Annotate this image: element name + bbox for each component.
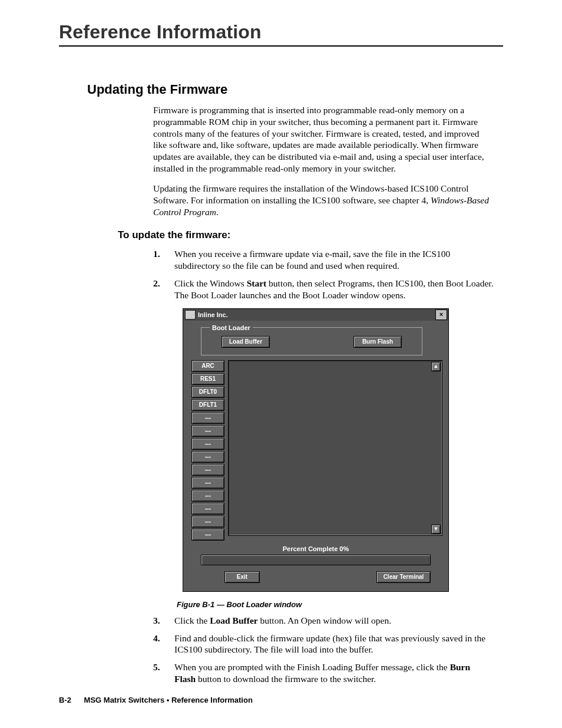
page-number: B-2 (59, 696, 71, 704)
clear-terminal-button[interactable]: Clear Terminal (376, 571, 431, 583)
close-icon[interactable]: × (435, 309, 447, 320)
steps-list: 1. When you receive a firmware update vi… (153, 248, 494, 301)
body-text: Firmware is programming that is inserted… (153, 104, 494, 218)
step-number: 5. (153, 661, 161, 685)
side-button[interactable]: --- (191, 516, 224, 528)
side-button[interactable]: --- (191, 451, 224, 463)
figure-caption: Figure B-1 — Boot Loader window (177, 600, 503, 609)
sub-title: To update the firmware: (118, 229, 503, 241)
paragraph-2c: . (216, 207, 219, 217)
fieldset-legend: Boot Loader (210, 324, 253, 331)
window-title: Inline Inc. (198, 311, 435, 318)
titlebar: Inline Inc. × (183, 309, 448, 321)
boot-loader-fieldset: Boot Loader Load Buffer Burn Flash (201, 324, 422, 355)
load-buffer-button[interactable]: Load Buffer (222, 336, 270, 348)
side-button[interactable]: --- (191, 412, 224, 424)
side-button[interactable]: --- (191, 529, 224, 541)
section-title: Updating the Firmware (87, 82, 503, 97)
mid-row: ARC RES1 DFLT0 DFLT1 --- --- --- --- ---… (191, 360, 442, 541)
step-number: 4. (153, 633, 161, 656)
paragraph-1: Firmware is programming that is inserted… (153, 104, 494, 174)
side-button[interactable]: RES1 (191, 373, 224, 385)
side-button[interactable]: --- (191, 477, 224, 489)
side-button[interactable]: --- (191, 503, 224, 515)
side-button[interactable]: --- (191, 490, 224, 502)
page-title: Reference Information (59, 21, 503, 43)
paragraph-2a: Updating the firmware requires the insta… (153, 183, 468, 205)
step-text: Find and double-click the firmware updat… (174, 633, 494, 656)
step-number: 3. (153, 615, 161, 627)
side-button[interactable]: --- (191, 438, 224, 450)
step-text: Click the Windows Start button, then sel… (174, 278, 494, 301)
side-button[interactable]: DFLT1 (191, 399, 224, 411)
side-button[interactable]: --- (191, 425, 224, 437)
app-window: Inline Inc. × Boot Loader Load Buffer Bu… (183, 308, 449, 592)
page-footer: B-2 MSG Matrix Switchers • Reference Inf… (59, 696, 253, 704)
side-buttons: ARC RES1 DFLT0 DFLT1 --- --- --- --- ---… (191, 360, 224, 541)
step-text: When you are prompted with the Finish Lo… (174, 661, 494, 685)
app-icon (185, 310, 196, 319)
step-item: 3. Click the Load Buffer button. An Open… (153, 615, 494, 627)
figure-boot-loader: Inline Inc. × Boot Loader Load Buffer Bu… (183, 308, 503, 592)
step-item: 1. When you receive a firmware update vi… (153, 248, 494, 272)
step-number: 1. (153, 248, 161, 272)
step-item: 5. When you are prompted with the Finish… (153, 661, 494, 685)
footer-text: MSG Matrix Switchers • Reference Informa… (84, 696, 253, 704)
progress-bar (201, 555, 431, 565)
terminal-area: ▲ ▼ (228, 360, 442, 536)
side-button[interactable]: --- (191, 464, 224, 476)
steps-list-continued: 3. Click the Load Buffer button. An Open… (153, 615, 494, 685)
step-text: Click the Load Buffer button. An Open wi… (174, 615, 494, 627)
window-client: Boot Loader Load Buffer Burn Flash ARC R… (183, 321, 448, 591)
step-text: When you receive a firmware update via e… (174, 248, 494, 272)
side-button[interactable]: DFLT0 (191, 386, 224, 398)
scroll-down-icon[interactable]: ▼ (431, 525, 441, 534)
percent-complete-label: Percent Complete 0% (189, 545, 442, 552)
exit-button[interactable]: Exit (224, 571, 260, 583)
title-rule (59, 45, 503, 47)
step-item: 2. Click the Windows Start button, then … (153, 278, 494, 301)
step-item: 4. Find and double-click the firmware up… (153, 633, 494, 656)
step-number: 2. (153, 278, 161, 301)
burn-flash-button[interactable]: Burn Flash (353, 336, 402, 348)
paragraph-2: Updating the firmware requires the insta… (153, 183, 494, 218)
scroll-up-icon[interactable]: ▲ (431, 362, 441, 371)
side-button[interactable]: ARC (191, 360, 224, 372)
